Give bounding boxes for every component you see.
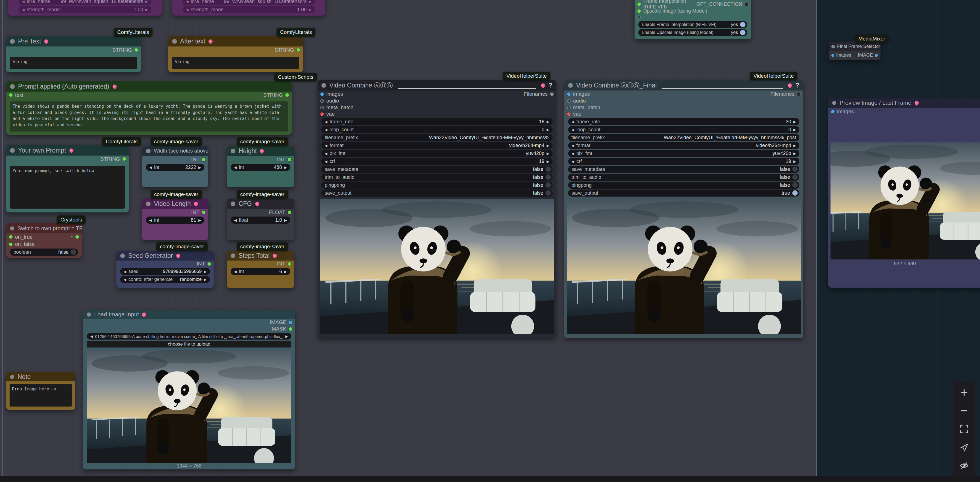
int-widget[interactable]: ◀ int 81 ▶	[146, 217, 204, 223]
node-header[interactable]: Your own Prompt	[6, 145, 129, 156]
collapse-dot[interactable]	[87, 313, 91, 317]
increment-arrow[interactable]: ▶	[547, 128, 549, 132]
pingpong-toggle[interactable]: pingpongfalse	[321, 182, 553, 188]
filename-prefix-widget[interactable]: filename_prefixWan22Video_ComfyUI_%date:…	[568, 134, 799, 141]
node-header[interactable]: Preview Image / Last Frame	[828, 98, 980, 108]
toggle-knob[interactable]	[546, 182, 551, 188]
collapse-dot[interactable]	[10, 148, 15, 153]
upscale-image-input-port[interactable]	[637, 9, 641, 13]
node-lora-loader-1[interactable]: ◀ lora_name 99_WAN\Wan_squish_18.safeten…	[8, 0, 162, 16]
int-output-port[interactable]	[202, 158, 205, 161]
int-output-port[interactable]	[288, 262, 291, 266]
lora-name-widget[interactable]: ◀ lora_name 99_WAN\Wan_squish_18.safeten…	[183, 0, 315, 5]
decrement-arrow[interactable]: ◀	[149, 218, 152, 222]
filenames-output-port[interactable]	[550, 93, 554, 96]
format-combo-widget[interactable]: ◀formatvideo/h264-mp4▶	[568, 142, 799, 149]
toggle-knob[interactable]	[792, 190, 798, 196]
collapse-dot[interactable]	[231, 254, 235, 258]
filenames-output-port[interactable]	[797, 93, 800, 96]
int-widget[interactable]: ◀ int 480 ▶	[231, 164, 290, 171]
text-widget[interactable]: Your own prompt, see switch below	[10, 166, 125, 209]
node-pre-text[interactable]: Pre Text STRING String	[6, 36, 141, 72]
on-true-input-port[interactable]	[9, 235, 13, 239]
toggle-knob[interactable]	[740, 30, 746, 35]
decrement-arrow[interactable]: ◀	[234, 270, 237, 274]
toggle-knob[interactable]	[71, 249, 76, 255]
prev-arrow[interactable]: ◀	[571, 152, 574, 156]
crf-widget[interactable]: ◀crf19▶	[568, 158, 799, 165]
image-output-port[interactable]	[289, 321, 293, 324]
string-output-port[interactable]	[296, 48, 300, 52]
meta-batch-input-port[interactable]	[320, 106, 324, 109]
toggle-knob[interactable]	[546, 190, 551, 196]
any-output-port[interactable]	[75, 235, 79, 239]
collapse-dot[interactable]	[10, 227, 14, 230]
float-output-port[interactable]	[288, 211, 291, 214]
pingpong-toggle[interactable]: pingpongfalse	[568, 182, 799, 188]
collapse-dot[interactable]	[231, 201, 235, 206]
node-your-own-prompt[interactable]: Your own Prompt STRING Your own prompt, …	[6, 145, 129, 212]
pix-fmt-combo-widget[interactable]: ◀pix_fmtyuv420p▶	[321, 150, 553, 157]
node-video-combine[interactable]: Video Combine ⓋⒽⓈ ? images Filenames aud…	[318, 80, 557, 338]
prev-arrow[interactable]: ◀	[90, 334, 93, 338]
toggle-knob[interactable]	[546, 166, 551, 172]
images-input-port[interactable]	[831, 54, 834, 57]
node-load-image-input[interactable]: Load Image Input IMAGE MASK ◀ 01256-1460…	[83, 310, 295, 469]
node-header[interactable]: Video Combine ⓋⒽⓈ ?	[318, 80, 557, 91]
decrement-arrow[interactable]: ◀	[186, 8, 189, 12]
note-text[interactable]: Drop Image here-->	[10, 384, 72, 407]
pix-fmt-combo-widget[interactable]: ◀pix_fmtyuv420p▶	[568, 150, 799, 157]
fit-view-button[interactable]	[958, 422, 971, 436]
node-height[interactable]: Height INT ◀ int 480 ▶	[227, 146, 294, 187]
increment-arrow[interactable]: ▶	[284, 218, 287, 222]
collapse-dot[interactable]	[568, 83, 573, 88]
node-header[interactable]: After text	[169, 36, 303, 46]
mask-output-port[interactable]	[289, 327, 293, 331]
format-combo-widget[interactable]: ◀formatvideo/h264-mp4▶	[321, 142, 553, 149]
toggle-knob[interactable]	[546, 174, 551, 180]
node-header[interactable]: Load Image Input	[83, 310, 295, 319]
enable-frame-interpolation-toggle[interactable]: Enable Frame Interpolation (RIFE VFI) ye…	[638, 21, 747, 28]
int-output-port[interactable]	[207, 262, 211, 266]
boolean-toggle-widget[interactable]: boolean false	[10, 249, 78, 255]
next-arrow[interactable]: ▶	[285, 334, 288, 338]
prev-arrow[interactable]: ◀	[571, 144, 574, 148]
node-header[interactable]: Width (see notes above)	[142, 146, 208, 156]
int-widget[interactable]: ◀ int 6 ▶	[231, 268, 290, 275]
node-steps-total[interactable]: Steps Total INT ◀ int 6 ▶	[227, 251, 294, 288]
save-metadata-toggle[interactable]: save_metadatafalse	[568, 166, 799, 173]
node-header[interactable]: Pre Text	[6, 36, 141, 46]
node-header[interactable]: CFG	[227, 198, 294, 209]
crf-widget[interactable]: ◀crf19▶	[321, 158, 553, 165]
increment-arrow[interactable]: ▶	[309, 0, 312, 3]
next-arrow[interactable]: ▶	[547, 144, 549, 148]
next-arrow[interactable]: ▶	[547, 152, 549, 156]
strength-model-widget[interactable]: ◀ strength_model 1.00 ▶	[183, 6, 315, 13]
node-header[interactable]: Steps Total	[227, 251, 294, 260]
increment-arrow[interactable]: ▶	[309, 8, 312, 12]
audio-input-port[interactable]	[567, 99, 571, 103]
decrement-arrow[interactable]: ◀	[234, 165, 237, 169]
collapse-dot[interactable]	[146, 201, 151, 206]
decrement-arrow[interactable]: ◀	[22, 8, 25, 12]
node-header[interactable]: Video Length	[142, 198, 208, 209]
meta-batch-input-port[interactable]	[567, 106, 571, 109]
node-header[interactable]: Note	[6, 372, 75, 381]
help-icon[interactable]: ?	[549, 81, 553, 89]
images-input-port[interactable]	[567, 93, 571, 96]
seed-widget[interactable]: ◀ seed 978899335986869 ▶	[120, 268, 210, 275]
choose-file-button[interactable]: choose file to upload	[87, 341, 291, 348]
image-output-port[interactable]	[875, 54, 878, 57]
node-after-text[interactable]: After text STRING String	[169, 36, 303, 72]
trim-to-audio-toggle[interactable]: trim_to_audiofalse	[568, 174, 799, 181]
frame-interpolation-input-port[interactable]	[637, 2, 641, 6]
node-header[interactable]: Height	[227, 146, 294, 156]
next-arrow[interactable]: ▶	[793, 152, 796, 156]
increment-arrow[interactable]: ▶	[145, 0, 148, 3]
collapse-dot[interactable]	[831, 45, 835, 48]
increment-arrow[interactable]: ▶	[284, 165, 287, 169]
node-interpolation-upscale-switches[interactable]: Frame Interpolation (RIFE VFI) OPT_CONNE…	[635, 0, 751, 39]
decrement-arrow[interactable]: ◀	[325, 120, 328, 124]
save-metadata-toggle[interactable]: save_metadatafalse	[321, 166, 553, 173]
string-output-port[interactable]	[285, 93, 289, 97]
